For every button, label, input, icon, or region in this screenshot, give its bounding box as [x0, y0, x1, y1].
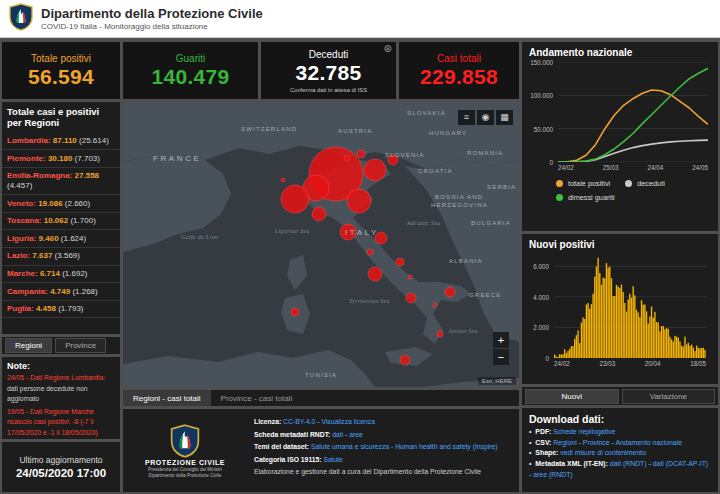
button-nuovi[interactable]: Nuovi [525, 389, 619, 404]
bar [649, 316, 650, 358]
bar [639, 317, 640, 358]
text-line: Scheda metadati RNDT: dati - aree [249, 429, 511, 442]
bullet: • [529, 428, 533, 435]
x-tick-label: 20/04 [645, 360, 661, 367]
tab-province[interactable]: Province [55, 338, 106, 353]
protezione-civile-crest: PROTEZIONE CIVILE Presidenza del Consigl… [123, 409, 247, 492]
link[interactable]: Regioni [553, 439, 576, 446]
basemap-icon[interactable]: ▦ [496, 110, 513, 125]
bar [582, 318, 583, 359]
bar [684, 337, 685, 358]
bar [604, 278, 605, 358]
case-bubble[interactable] [312, 207, 326, 221]
case-bubble[interactable] [340, 224, 356, 240]
text-line: 24/05 - Dati Regione Lombardia: dati per… [2, 372, 120, 406]
link[interactable]: aree (RNDT) [533, 471, 572, 478]
region-row[interactable]: Puglia: 4.458 (1.793) [2, 301, 120, 319]
chart-title: Andamento nazionale [522, 42, 718, 60]
bar [663, 326, 664, 358]
region-row[interactable]: Piemonte: 30.180 (7.703) [2, 150, 120, 168]
case-bubble[interactable] [408, 275, 412, 279]
card-label: Deceduti [309, 49, 348, 60]
region-row[interactable]: Lazio: 7.637 (3.569) [2, 248, 120, 266]
bar [611, 278, 612, 358]
case-bubble[interactable] [445, 287, 455, 297]
bar [572, 346, 573, 358]
case-bubble[interactable] [368, 267, 382, 281]
link[interactable]: dati [332, 431, 343, 438]
x-axis: 24/0225/0324/0424/05 [558, 164, 708, 171]
bar [669, 337, 670, 358]
region-total: 30.180 [48, 154, 75, 163]
link[interactable]: aree [349, 431, 363, 438]
globe-icon[interactable]: ◉ [477, 110, 494, 125]
case-bubble[interactable] [364, 159, 386, 181]
region-row[interactable]: Veneto: 19.086 (2.660) [2, 195, 120, 213]
case-bubble[interactable] [437, 331, 443, 337]
region-row[interactable]: Toscana: 10.062 (1.700) [2, 213, 120, 231]
link[interactable]: Andamento nazionale [615, 439, 682, 446]
card-footnote: Conferma dati in attesa di ISS [290, 87, 367, 93]
bar [587, 303, 588, 358]
bar [567, 351, 568, 358]
case-bubble[interactable] [400, 355, 410, 365]
nuovi-positivi-bar-chart[interactable] [554, 254, 706, 358]
page-title: Dipartimento della Protezione Civile [41, 6, 263, 21]
button-variazione[interactable]: Variazione [622, 389, 716, 404]
link[interactable]: dati (RNDT) [610, 460, 647, 467]
link[interactable]: CC-BY-4.0 [283, 418, 315, 425]
case-bubble[interactable] [281, 185, 309, 213]
andamento-line-chart[interactable] [558, 62, 708, 162]
region-row[interactable]: Campania: 4.749 (1.268) [2, 283, 120, 301]
card-totale-positivi: Totale positivi 56.594 [2, 42, 120, 99]
case-bubble[interactable] [357, 150, 365, 158]
bar [689, 346, 690, 358]
region-row[interactable]: Emilia-Romagna: 27.558 (4.457) [2, 168, 120, 195]
case-bubble[interactable] [388, 155, 398, 165]
region-positivi: (3.569) [55, 251, 80, 260]
region-row[interactable]: Marche: 6.714 (1.692) [2, 266, 120, 284]
card-menu-icon[interactable]: ⊛ [384, 43, 392, 54]
region-name: Emilia-Romagna: [7, 171, 75, 180]
legend-icon[interactable]: ≡ [458, 110, 475, 125]
bar [674, 336, 675, 358]
region-positivi: (7.703) [75, 154, 100, 163]
zoom-in-button[interactable]: + [493, 332, 509, 348]
case-bubble[interactable] [375, 232, 387, 244]
case-bubble[interactable] [367, 249, 373, 255]
legend-label: dimessi guariti [568, 193, 615, 202]
italy-cases-map[interactable]: FRANCESWITZERLANDAUSTRIASLOVAKIAHUNGARYS… [123, 102, 519, 387]
case-bubble[interactable] [291, 308, 299, 316]
case-bubble[interactable] [281, 178, 285, 182]
tab-regioni[interactable]: Regioni [5, 338, 52, 353]
link[interactable]: Schede riepilogative [553, 428, 615, 435]
tab-province-casi-totali[interactable]: Province - casi totali [211, 390, 303, 406]
link[interactable]: Province [583, 439, 610, 446]
link[interactable]: Visualizza licenza [321, 418, 375, 425]
zoom-out-button[interactable]: − [493, 349, 509, 365]
card-label: Casi totali [437, 53, 481, 64]
case-bubble[interactable] [347, 189, 371, 213]
card-label: Totale positivi [31, 53, 91, 64]
link[interactable]: Salute [324, 456, 343, 463]
region-row[interactable]: Liguria: 9.460 (1.624) [2, 230, 120, 248]
link[interactable]: dati (DCAT-AP-IT) [653, 460, 708, 467]
link[interactable]: vedi misure di contenimento [560, 449, 646, 456]
case-bubble[interactable] [396, 258, 404, 266]
text-segment: 24/05 - Dati Regione Lombardia: [7, 374, 105, 381]
bar [638, 313, 639, 359]
case-bubble[interactable] [344, 155, 350, 161]
bar [601, 285, 602, 358]
bar [596, 266, 597, 358]
map-canvas[interactable] [123, 102, 519, 387]
bar [622, 292, 623, 358]
region-name: Marche: [7, 269, 40, 278]
link[interactable]: Salute umana e sicurezza - Human health … [311, 443, 498, 450]
card-value: 56.594 [28, 65, 94, 89]
legend-label: totale positivi [568, 179, 610, 188]
region-row[interactable]: Lombardia: 87.110 (25.614) [2, 133, 120, 151]
case-bubble[interactable] [406, 293, 416, 303]
tab-regioni-casi-totali[interactable]: Regioni - casi totali [123, 390, 211, 406]
case-bubble[interactable] [433, 303, 437, 307]
bar [664, 329, 665, 358]
